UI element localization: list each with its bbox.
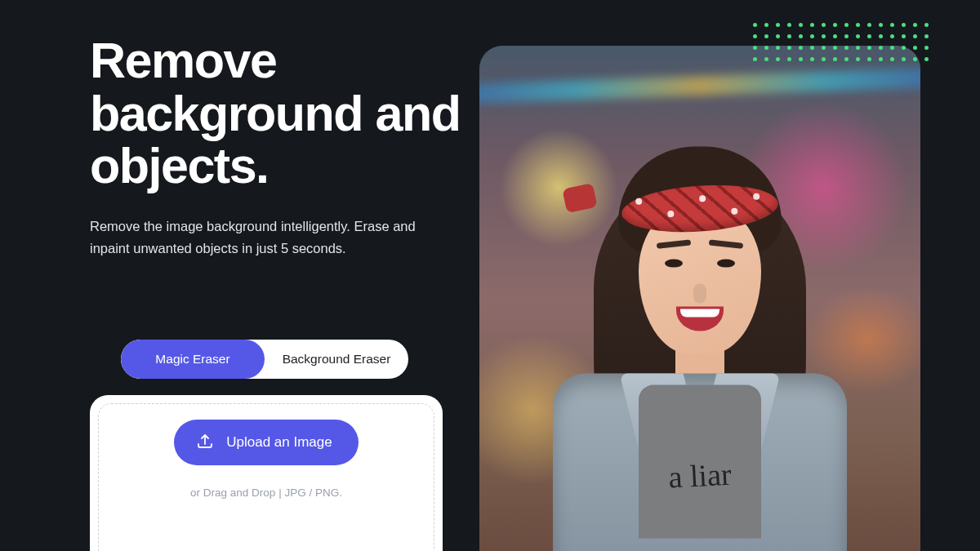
decorative-dot-grid [753,23,931,64]
upload-icon [195,431,215,455]
tab-magic-eraser[interactable]: Magic Eraser [121,340,265,379]
hero-section: Remove background and objects. Remove th… [90,34,474,260]
upload-drag-hint: or Drag and Drop | JPG / PNG. [190,487,342,499]
preview-image: a liar [479,46,920,551]
hero-description: Remove the image background intelligentl… [90,216,441,260]
hero-title: Remove background and objects. [90,34,474,193]
mode-tab-switch: Magic Eraser Background Eraser [121,340,408,379]
tab-background-eraser[interactable]: Background Eraser [265,340,408,379]
upload-card[interactable]: Upload an Image or Drag and Drop | JPG /… [90,395,443,551]
upload-image-button[interactable]: Upload an Image [174,420,358,465]
upload-button-label: Upload an Image [226,434,332,451]
